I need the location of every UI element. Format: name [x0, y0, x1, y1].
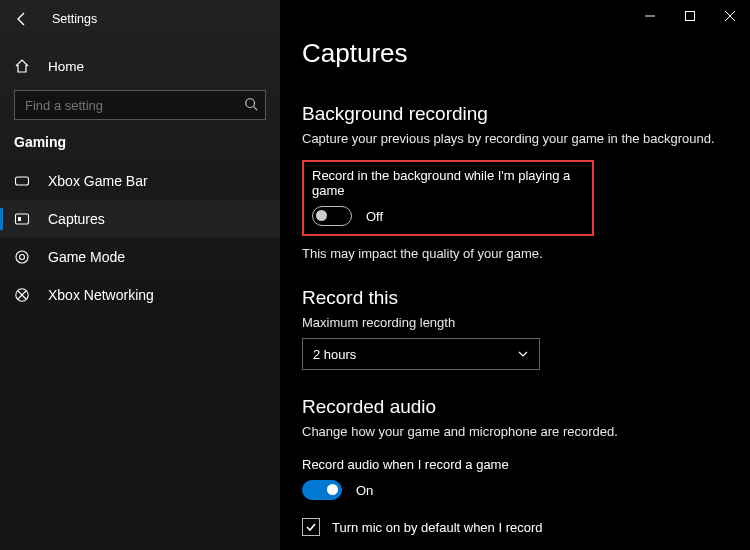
- game-bar-icon: [14, 173, 30, 189]
- app-title: Settings: [52, 12, 97, 26]
- section-title-record-this: Record this: [302, 287, 722, 309]
- home-icon: [14, 58, 30, 74]
- page-title: Captures: [302, 38, 722, 69]
- section-subtitle: Change how your game and microphone are …: [302, 424, 722, 439]
- sidebar-item-label: Home: [48, 59, 84, 74]
- svg-rect-3: [16, 214, 29, 224]
- chevron-down-icon: [517, 348, 529, 360]
- sidebar-item-xbox-game-bar[interactable]: Xbox Game Bar: [0, 162, 280, 200]
- game-mode-icon: [14, 249, 30, 265]
- highlighted-setting: Record in the background while I'm playi…: [302, 160, 594, 236]
- sidebar-nav: Xbox Game Bar Captures Game Mode Xbox Ne…: [0, 162, 280, 314]
- minimize-icon: [645, 11, 655, 21]
- setting-label: Record in the background while I'm playi…: [312, 168, 584, 198]
- svg-line-1: [254, 107, 258, 111]
- close-icon: [725, 11, 735, 21]
- max-recording-length-dropdown[interactable]: 2 hours: [302, 338, 540, 370]
- setting-label: Record audio when I record a game: [302, 457, 722, 472]
- back-button[interactable]: [10, 7, 34, 31]
- section-subtitle: Maximum recording length: [302, 315, 722, 330]
- mic-default-checkbox[interactable]: [302, 518, 320, 536]
- toggle-state-label: On: [356, 483, 373, 498]
- sidebar-item-captures[interactable]: Captures: [0, 200, 280, 238]
- section-title-recorded-audio: Recorded audio: [302, 396, 722, 418]
- sidebar-item-label: Xbox Networking: [48, 287, 154, 303]
- checkmark-icon: [305, 521, 317, 533]
- arrow-left-icon: [14, 11, 30, 27]
- search-icon: [244, 97, 258, 111]
- sidebar-item-xbox-networking[interactable]: Xbox Networking: [0, 276, 280, 314]
- svg-rect-9: [686, 12, 695, 21]
- checkbox-label: Turn mic on by default when I record: [332, 520, 543, 535]
- maximize-button[interactable]: [670, 0, 710, 32]
- section-subtitle: Capture your previous plays by recording…: [302, 131, 722, 146]
- section-title-background-recording: Background recording: [302, 103, 722, 125]
- sidebar-item-label: Captures: [48, 211, 105, 227]
- minimize-button[interactable]: [630, 0, 670, 32]
- sidebar-item-label: Xbox Game Bar: [48, 173, 148, 189]
- main-content: Captures Background recording Capture yo…: [280, 0, 750, 550]
- record-audio-toggle[interactable]: [302, 480, 342, 500]
- close-button[interactable]: [710, 0, 750, 32]
- sidebar: Settings Home Gaming Xbox Game Bar: [0, 0, 280, 550]
- window-controls: [630, 0, 750, 32]
- setting-note: This may impact the quality of your game…: [302, 246, 722, 261]
- svg-point-6: [20, 255, 25, 260]
- background-record-toggle[interactable]: [312, 206, 352, 226]
- maximize-icon: [685, 11, 695, 21]
- title-bar: Settings: [0, 0, 280, 38]
- dropdown-value: 2 hours: [313, 347, 356, 362]
- xbox-icon: [14, 287, 30, 303]
- search-input[interactable]: [14, 90, 266, 120]
- sidebar-item-label: Game Mode: [48, 249, 125, 265]
- captures-icon: [14, 211, 30, 227]
- sidebar-item-game-mode[interactable]: Game Mode: [0, 238, 280, 276]
- sidebar-item-home[interactable]: Home: [0, 48, 280, 84]
- svg-rect-4: [18, 217, 21, 221]
- svg-rect-2: [16, 177, 29, 185]
- category-header: Gaming: [0, 120, 280, 156]
- svg-point-5: [16, 251, 28, 263]
- svg-point-0: [246, 99, 255, 108]
- toggle-state-label: Off: [366, 209, 383, 224]
